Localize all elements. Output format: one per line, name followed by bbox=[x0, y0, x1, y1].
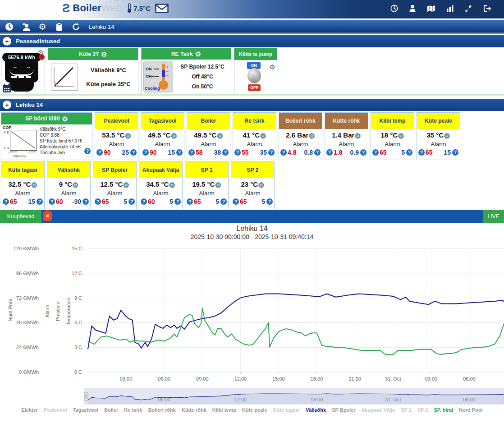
help-icon[interactable]: ? bbox=[187, 198, 193, 205]
users-icon[interactable] bbox=[21, 23, 30, 32]
legend-item-k-te-tagasi[interactable]: Küte tagasi bbox=[273, 407, 300, 413]
bar-chart-icon[interactable] bbox=[446, 5, 454, 12]
help-icon[interactable]: ? bbox=[188, 149, 195, 156]
sensor-title[interactable]: Boileri rõhk bbox=[279, 113, 322, 129]
legend-item-v-lis-hk[interactable]: Välisõhk bbox=[306, 407, 326, 413]
legend-item-boileri-r-hk[interactable]: Boileri rõhk bbox=[148, 407, 176, 413]
help-icon[interactable]: ? bbox=[130, 149, 137, 156]
legend-item-sp-hind[interactable]: SP. hind bbox=[434, 407, 453, 413]
help-icon[interactable]: ? bbox=[176, 149, 183, 156]
sensor-title[interactable]: Küte tagasi bbox=[1, 162, 44, 178]
live-button[interactable]: LIVE bbox=[483, 210, 504, 223]
kyte-3t-header[interactable]: Küte 3T⚙ bbox=[48, 48, 138, 60]
sensor-title[interactable]: Akupaak Välja bbox=[139, 162, 182, 178]
legend-item-nord-pool[interactable]: Nord Pool bbox=[459, 407, 483, 413]
help-icon[interactable]: ? bbox=[82, 198, 89, 205]
help-icon[interactable]: ? bbox=[418, 149, 425, 156]
pump-toggle-switch[interactable]: ON OFF bbox=[245, 62, 263, 93]
gear-icon[interactable]: ⚙ bbox=[124, 132, 131, 140]
gear-icon[interactable]: ⚙ bbox=[195, 51, 201, 57]
legend-item-sp-bpoler[interactable]: SP Bpoler bbox=[332, 407, 355, 413]
gear-icon[interactable]: ⚙ bbox=[38, 23, 47, 32]
sensor-title[interactable]: Kilbi temp bbox=[371, 113, 414, 129]
delete-tab-icon[interactable]: ✕ bbox=[43, 212, 52, 221]
sp-borsi-header[interactable]: SP börsi lüliti⚙ bbox=[1, 113, 92, 124]
gear-icon[interactable]: ⚙ bbox=[72, 181, 78, 189]
sensor-title[interactable]: Välisõhk bbox=[47, 162, 90, 178]
legend-item-sp-1[interactable]: SP 1 bbox=[401, 407, 412, 413]
re-tsirk-header[interactable]: RE Tsirk⚙ bbox=[142, 48, 231, 60]
navigator-left-handle[interactable] bbox=[84, 392, 88, 400]
help-icon[interactable]: ? bbox=[174, 198, 181, 205]
gear-icon[interactable]: ⚙ bbox=[170, 132, 177, 140]
legend-item-pealevool[interactable]: Pealevool bbox=[44, 407, 67, 413]
help-icon[interactable]: ? bbox=[314, 149, 321, 156]
legend-item-kilbi-temp[interactable]: Kilbi temp bbox=[212, 407, 236, 413]
help-icon[interactable]: ? bbox=[280, 149, 287, 156]
help-icon[interactable]: ? bbox=[141, 198, 147, 205]
sensor-title[interactable]: SP 2 bbox=[231, 162, 274, 178]
help-icon[interactable]: ? bbox=[268, 149, 275, 156]
legend-item-tagasivool[interactable]: Tagasivool bbox=[73, 407, 98, 413]
map-icon[interactable] bbox=[427, 5, 435, 12]
gear-icon[interactable]: ⚙ bbox=[354, 132, 361, 140]
gear-icon[interactable]: ⚙ bbox=[169, 181, 175, 189]
globe-icon[interactable] bbox=[390, 5, 398, 12]
help-icon[interactable]: ? bbox=[360, 149, 367, 156]
gear-icon[interactable]: ⚙ bbox=[31, 181, 37, 189]
help-icon[interactable]: ? bbox=[49, 198, 55, 205]
legend-item-sp-2[interactable]: SP 2 bbox=[417, 407, 428, 413]
legend-item-akupaak-v-lja[interactable]: Akupaak Välja bbox=[362, 407, 395, 413]
help-icon[interactable]: ? bbox=[128, 198, 135, 205]
sensor-title[interactable]: Tagasivool bbox=[141, 113, 184, 129]
refresh-icon[interactable] bbox=[71, 23, 80, 32]
help-icon[interactable]: ? bbox=[220, 198, 227, 205]
mail-icon[interactable] bbox=[155, 4, 169, 13]
heating-curve-icon[interactable] bbox=[51, 64, 78, 91]
gear-icon[interactable]: ⚙ bbox=[101, 51, 107, 58]
help-icon[interactable]: ? bbox=[96, 149, 103, 156]
pump-header[interactable]: Kütte ts pump bbox=[234, 48, 277, 60]
gear-icon[interactable]: ⚙ bbox=[260, 132, 266, 140]
help-icon[interactable]: ? bbox=[233, 198, 239, 205]
clipboard-icon[interactable] bbox=[55, 23, 64, 32]
gear-icon[interactable]: ⚙ bbox=[215, 181, 221, 189]
sensor-title[interactable]: Re tsirk bbox=[233, 113, 276, 129]
user-icon[interactable] bbox=[409, 5, 416, 12]
sensor-title[interactable]: Küte peale bbox=[417, 113, 460, 129]
legend-item-boiler[interactable]: Boiler bbox=[104, 407, 118, 413]
chart-plot-area[interactable] bbox=[0, 244, 504, 379]
app-logo[interactable]: S BoilerWeb 7.5°C bbox=[62, 2, 169, 14]
sensor-title[interactable]: SP 1 bbox=[185, 162, 228, 178]
gear-icon[interactable]: ⚙ bbox=[123, 181, 129, 189]
help-icon[interactable]: ? bbox=[406, 149, 412, 156]
gear-icon[interactable]: ⚙ bbox=[270, 64, 275, 70]
help-icon[interactable]: ? bbox=[266, 198, 273, 205]
legend-item-re-tsirk[interactable]: Re tsirk bbox=[124, 407, 142, 413]
help-icon[interactable]: ? bbox=[372, 149, 379, 156]
help-icon[interactable]: ? bbox=[95, 198, 101, 205]
clock-icon[interactable] bbox=[5, 23, 14, 32]
sensor-title[interactable]: Boiler bbox=[187, 113, 230, 129]
kuupaevad-tab[interactable]: Kuupäevad bbox=[0, 210, 41, 223]
legend-item-k-te-peale[interactable]: Küte peale bbox=[242, 407, 267, 413]
gear-icon[interactable]: ⚙ bbox=[62, 115, 68, 122]
sensor-title[interactable]: Kütte rõhk bbox=[325, 113, 368, 129]
help-icon[interactable]: ? bbox=[84, 148, 91, 154]
legend-item-k-tte-r-hk[interactable]: Kütte rõhk bbox=[182, 407, 206, 413]
expand-icon[interactable]: + bbox=[3, 101, 11, 109]
legend-item-elekter[interactable]: Elekter bbox=[21, 407, 38, 413]
gear-icon[interactable]: ⚙ bbox=[398, 132, 404, 140]
expand-icon[interactable]: + bbox=[3, 37, 11, 46]
gear-icon[interactable]: ⚙ bbox=[444, 132, 450, 140]
logout-icon[interactable] bbox=[483, 5, 491, 12]
help-icon[interactable]: ? bbox=[234, 149, 241, 156]
gear-icon[interactable]: ⚙ bbox=[216, 132, 223, 140]
help-icon[interactable]: ? bbox=[452, 149, 458, 156]
help-icon[interactable]: ? bbox=[37, 198, 43, 205]
help-icon[interactable]: ? bbox=[142, 149, 149, 156]
sensor-title[interactable]: SP Bpoler bbox=[93, 162, 136, 178]
gear-icon[interactable]: ⚙ bbox=[308, 132, 315, 140]
help-icon[interactable]: ? bbox=[3, 198, 9, 205]
tools-icon[interactable] bbox=[465, 5, 472, 12]
